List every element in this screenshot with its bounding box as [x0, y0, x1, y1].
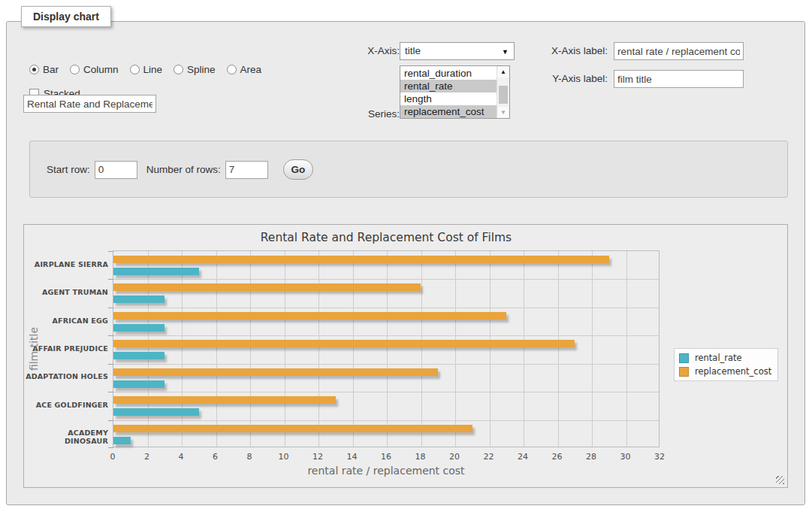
x-axis-tick-label: 26 [545, 452, 570, 462]
app-screen: BarColumnLineSplineArea Stacked X-Axis: … [0, 0, 812, 512]
row-range-controls: Start row: Number of rows: Go [47, 159, 313, 180]
bar-rental-rate [113, 437, 131, 444]
x-axis-tick-label: 32 [647, 452, 672, 462]
bar-replacement-cost [113, 396, 336, 404]
chart-type-radio-column[interactable]: Column [70, 64, 119, 75]
gridline-vertical [490, 251, 491, 447]
y-axis-tick-mark [108, 279, 113, 280]
x-axis-tick-label: 10 [271, 452, 297, 462]
bar-replacement-cost [113, 368, 438, 376]
x-axis-tick-label: 6 [203, 452, 228, 462]
radio-label: Area [240, 64, 262, 75]
chart-title-input[interactable] [23, 95, 156, 113]
x-axis-tick-label: 30 [613, 452, 638, 462]
series-listbox-label: Series: [360, 108, 400, 120]
radio-icon[interactable] [227, 65, 237, 74]
series-option-length[interactable]: length [400, 92, 497, 105]
x-axis-label-input[interactable] [614, 42, 744, 60]
bar-rental-rate [113, 268, 199, 275]
x-axis-select[interactable]: title ▼ [400, 42, 515, 60]
legend-item-rental_rate: rental_rate [679, 353, 771, 363]
series-options: rental_durationrental_ratelengthreplacem… [400, 67, 497, 118]
x-axis-selected-value: title [405, 45, 421, 56]
gridline-vertical [455, 251, 456, 447]
x-axis-tick-label: 22 [476, 452, 502, 462]
x-axis-select-label: X-Axis: [366, 45, 400, 56]
scroll-thumb[interactable] [499, 86, 508, 104]
y-axis-tick-mark [108, 392, 113, 392]
row-range-panel: Start row: Number of rows: Go [29, 141, 788, 198]
gridline-horizontal [113, 279, 659, 280]
legend-swatch-icon [679, 367, 689, 377]
start-row-label: Start row: [47, 164, 90, 175]
gridline-vertical [421, 251, 422, 447]
radio-icon[interactable] [29, 65, 39, 74]
x-axis-tick-label: 14 [340, 452, 365, 462]
x-axis-tick-label: 18 [408, 452, 433, 462]
gridline-vertical [592, 251, 593, 447]
bar-replacement-cost [113, 256, 609, 263]
chart-type-radio-line[interactable]: Line [130, 64, 163, 75]
bar-replacement-cost [113, 283, 421, 291]
display-chart-panel: BarColumnLineSplineArea Stacked X-Axis: … [6, 21, 805, 505]
num-rows-label: Number of rows: [146, 164, 221, 175]
series-option-rental_duration[interactable]: rental_duration [400, 67, 497, 80]
y-axis-tick-mark [108, 447, 113, 448]
chart-container: Rental Rate and Replacement Cost of Film… [23, 224, 788, 488]
gridline-vertical [558, 251, 559, 447]
go-button[interactable]: Go [283, 159, 313, 180]
x-axis-label-caption: X-Axis label: [546, 45, 608, 56]
chart-type-radio-spline[interactable]: Spline [174, 64, 216, 75]
x-axis-tick-label: 16 [373, 452, 399, 462]
gridline-vertical [285, 251, 285, 447]
num-rows-input[interactable] [225, 161, 268, 179]
x-axis-tick-label: 24 [510, 452, 536, 462]
radio-icon[interactable] [174, 65, 183, 74]
y-axis-tick-mark [108, 364, 113, 365]
legend-swatch-icon [679, 353, 689, 363]
gridline-vertical [182, 251, 183, 447]
bar-replacement-cost [113, 312, 506, 320]
radio-icon[interactable] [130, 65, 140, 74]
gridline-vertical [318, 251, 319, 447]
series-scrollbar[interactable]: ▲ ▼ [497, 66, 509, 118]
series-option-rental_rate[interactable]: rental_rate [400, 80, 497, 92]
x-axis-tick-label: 2 [134, 452, 160, 462]
bar-replacement-cost [113, 425, 472, 432]
resize-grip-icon[interactable] [776, 476, 784, 484]
bar-rental-rate [113, 324, 165, 332]
y-axis-label-caption: Y-Axis label: [546, 73, 608, 84]
scroll-down-icon[interactable]: ▼ [498, 107, 509, 118]
chart-type-radio-bar[interactable]: Bar [29, 64, 59, 75]
display-chart-tab[interactable]: Display chart [21, 6, 111, 27]
select-dropdown-arrow-icon: ▼ [502, 48, 509, 56]
series-listbox[interactable]: rental_durationrental_ratelengthreplacem… [400, 65, 510, 119]
gridline-vertical [387, 251, 388, 447]
radio-label: Bar [43, 64, 59, 75]
gridline-horizontal [113, 420, 659, 421]
legend-label: replacement_cost [695, 366, 771, 377]
chart-legend: rental_ratereplacement_cost [674, 348, 778, 381]
y-axis-tick-mark [108, 308, 113, 308]
plot-area [113, 250, 660, 447]
scroll-up-icon[interactable]: ▲ [498, 66, 509, 77]
start-row-input[interactable] [95, 161, 137, 179]
legend-item-replacement_cost: replacement_cost [679, 366, 771, 377]
bar-rental-rate [113, 380, 165, 388]
x-axis-tick-label: 12 [305, 452, 331, 462]
chart-title: Rental Rate and Replacement Cost of Film… [113, 231, 660, 244]
gridline-horizontal [113, 364, 659, 365]
series-option-replacement_cost[interactable]: replacement_cost [400, 105, 497, 118]
x-axis-tick-label: 0 [100, 452, 125, 462]
gridline-vertical [216, 251, 217, 447]
y-axis-label-input[interactable] [614, 70, 744, 88]
radio-label: Spline [187, 64, 216, 75]
bar-rental-rate [113, 352, 165, 359]
x-axis-title: rental rate / replacement cost [113, 465, 660, 477]
radio-icon[interactable] [70, 65, 80, 74]
gridline-horizontal [113, 308, 659, 308]
chart-type-radio-area[interactable]: Area [227, 64, 262, 75]
gridline-horizontal [113, 335, 659, 336]
display-chart-tab-label: Display chart [33, 11, 99, 23]
x-axis-tick-label: 20 [442, 452, 467, 462]
